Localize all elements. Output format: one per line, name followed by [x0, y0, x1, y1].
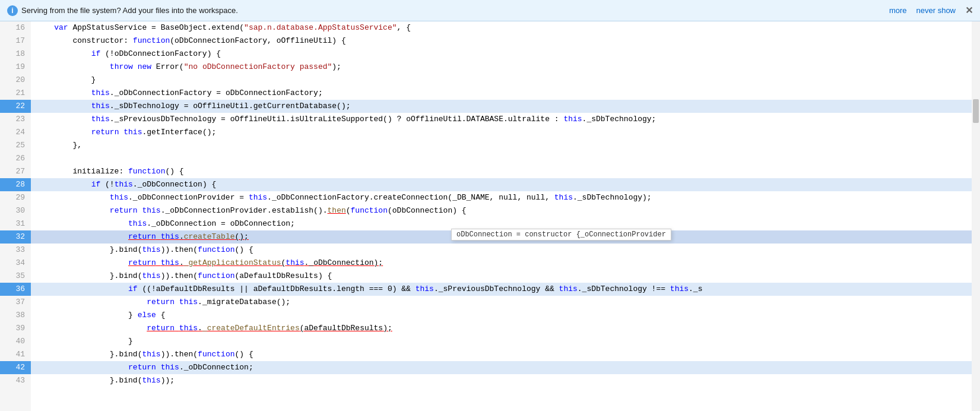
- line-num-20: 20: [0, 74, 31, 87]
- info-bar-text: Serving from the file system? Add your f…: [21, 6, 238, 15]
- scrollbar-thumb[interactable]: [973, 99, 979, 123]
- line-num-19: 19: [0, 61, 31, 74]
- code-area[interactable]: var AppStatusService = BaseObject.extend…: [31, 21, 980, 411]
- code-line-33: }.bind(this)).then(function() {: [31, 244, 980, 257]
- code-line-24: return this.getInterface();: [31, 126, 980, 139]
- code-line-30: return this._oDbConnectionProvider.estab…: [31, 204, 980, 217]
- line-num-38: 38: [0, 309, 31, 322]
- line-num-39: 39: [0, 322, 31, 335]
- line-num-27: 27: [0, 165, 31, 178]
- line-num-41: 41: [0, 348, 31, 361]
- info-bar-actions: more never show ✕: [889, 5, 973, 16]
- code-line-37: return this._migrateDatabase();: [31, 296, 980, 309]
- line-num-18: 18: [0, 48, 31, 61]
- code-line-43: }.bind(this));: [31, 374, 980, 387]
- line-num-23: 23: [0, 113, 31, 126]
- code-line-40: }: [31, 335, 980, 348]
- line-num-22: 22: [0, 100, 31, 113]
- line-num-24: 24: [0, 126, 31, 139]
- code-line-17: constructor: function(oDbConnectionFacto…: [31, 34, 980, 48]
- code-line-20: }: [31, 74, 980, 87]
- code-line-23: this._sPreviousDbTechnology = oOfflineUt…: [31, 113, 980, 126]
- line-num-32: 32: [0, 230, 31, 244]
- more-link[interactable]: more: [889, 6, 907, 15]
- close-button[interactable]: ✕: [965, 5, 973, 16]
- code-line-38: } else {: [31, 309, 980, 322]
- line-num-30: 30: [0, 204, 31, 217]
- code-line-35: }.bind(this)).then(function(aDefaultDbRe…: [31, 270, 980, 283]
- code-line-41: }.bind(this)).then(function() {: [31, 348, 980, 361]
- code-line-28: if (!this._oDbConnection) {: [31, 178, 980, 191]
- line-num-34: 34: [0, 257, 31, 270]
- code-line-21: this._oDbConnectionFactory = oDbConnecti…: [31, 87, 980, 100]
- code-line-19: throw new Error("no oDbConnectionFactory…: [31, 61, 980, 74]
- line-num-16: 16: [0, 21, 31, 34]
- line-num-43: 43: [0, 374, 31, 387]
- code-line-22: this._sDbTechnology = oOfflineUtil.getCu…: [31, 100, 980, 113]
- code-line-34: return this._getApplicationStatus(this._…: [31, 257, 980, 270]
- code-line-18: if (!oDbConnectionFactory) {: [31, 48, 980, 61]
- never-show-link[interactable]: never show: [916, 6, 956, 15]
- line-num-17: 17: [0, 34, 31, 48]
- line-num-26: 26: [0, 152, 31, 165]
- info-bar: i Serving from the file system? Add your…: [0, 0, 980, 21]
- line-num-40: 40: [0, 335, 31, 348]
- code-line-25: },: [31, 139, 980, 152]
- code-line-16: var AppStatusService = BaseObject.extend…: [31, 21, 980, 34]
- line-numbers: 16 17 18 19 20 21 22 23 24 25 26 27 28 2…: [0, 21, 31, 411]
- line-num-42: 42: [0, 361, 31, 374]
- code-lines: var AppStatusService = BaseObject.extend…: [31, 21, 980, 387]
- line-num-31: 31: [0, 217, 31, 230]
- line-num-35: 35: [0, 270, 31, 283]
- line-num-33: 33: [0, 244, 31, 257]
- code-container: 16 17 18 19 20 21 22 23 24 25 26 27 28 2…: [0, 21, 980, 411]
- scrollbar[interactable]: [972, 21, 980, 411]
- line-num-29: 29: [0, 191, 31, 204]
- line-num-37: 37: [0, 296, 31, 309]
- code-line-26: [31, 152, 980, 165]
- info-bar-message: i Serving from the file system? Add your…: [7, 5, 238, 16]
- code-line-29: this._oDbConnectionProvider = this._oDbC…: [31, 191, 980, 204]
- code-line-42: return this._oDbConnection;: [31, 361, 980, 374]
- line-num-36: 36: [0, 283, 31, 296]
- code-line-39: return this._createDefaultEntries(aDefau…: [31, 322, 980, 335]
- code-line-27: initialize: function() {: [31, 165, 980, 178]
- tooltip-box: oDbConnection = constructor {_oConnectio…: [451, 229, 671, 241]
- line-num-28: 28: [0, 178, 31, 191]
- line-num-21: 21: [0, 87, 31, 100]
- line-num-25: 25: [0, 139, 31, 152]
- code-line-36: if ((!aDefaultDbResults || aDefaultDbRes…: [31, 283, 980, 296]
- info-icon: i: [7, 5, 18, 16]
